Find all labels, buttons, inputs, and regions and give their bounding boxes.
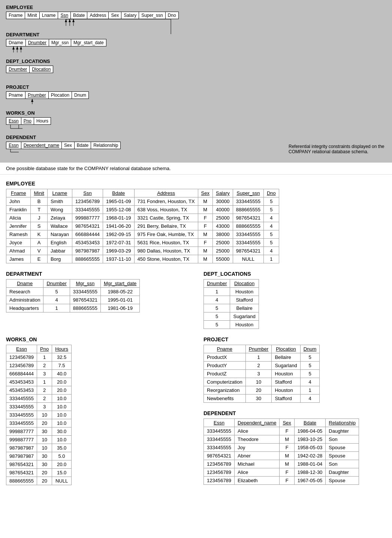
deptloc-block: DEPT_LOCATIONS Dnumber Dlocation 1Housto…: [203, 271, 386, 336]
table-cell: V: [31, 247, 47, 255]
project-th-dnum: Dnum: [300, 345, 320, 353]
table-cell: Smith: [47, 197, 72, 206]
table-cell: NULL: [52, 477, 72, 485]
deptloc-table-block: DEPT_LOCATIONS Dnumber Dlocation 1Housto…: [203, 271, 386, 329]
table-cell: 20: [37, 477, 52, 485]
table-cell: 1981-06-19: [100, 304, 139, 312]
dependent-table-block: DEPENDENT Essn Dependent_name Sex Bdate …: [203, 410, 386, 485]
table-cell: 10: [245, 378, 272, 386]
table-cell: 40.0: [52, 370, 72, 378]
table-cell: Alice: [235, 468, 280, 477]
table-cell: 123456789: [6, 353, 37, 362]
schema-field-mgrstartdate: Mgr_start_date: [71, 39, 106, 46]
schema-field-superssn: Super_ssn: [139, 12, 165, 19]
workson-project-row: WORKS_ON Essn Pno Hours 123456789132.512…: [6, 336, 386, 493]
table-cell: M: [198, 255, 212, 263]
table-cell: 30: [37, 460, 52, 469]
table-row: Administration49876543211995-01-01: [6, 296, 140, 304]
table-cell: 333445555: [233, 230, 263, 239]
table-cell: 7.5: [52, 362, 72, 370]
table-cell: 1937-11-10: [103, 255, 135, 263]
department-header-row: Dname Dnumber Mgr_ssn Mgr_start_date: [6, 279, 140, 288]
table-cell: F: [280, 468, 294, 477]
table-cell: English: [47, 239, 72, 247]
employee-table: Fname Minit Lname Ssn Bdate Address Sex …: [6, 189, 279, 263]
table-cell: Ramesh: [6, 230, 31, 239]
table-cell: 987654321: [204, 452, 235, 460]
svg-marker-5: [72, 19, 75, 22]
schema-entity-department-label: DEPARTMENT: [6, 32, 281, 37]
table-cell: 32.5: [52, 353, 72, 362]
schema-field-relationship: Relationship: [91, 142, 120, 149]
table-cell: 5: [300, 353, 320, 362]
data-section: EMPLOYEE Fname Minit Lname Ssn Bdate Add…: [0, 175, 392, 499]
table-cell: ProductZ: [204, 370, 246, 378]
table-row: 5Houston: [204, 321, 259, 329]
workson-th-essn: Essn: [6, 345, 37, 353]
dep-th-depname: Dependent_name: [235, 419, 280, 427]
table-cell: Stafford: [272, 395, 300, 403]
table-cell: Zelaya: [47, 214, 72, 222]
svg-marker-13: [20, 46, 22, 49]
table-cell: F: [198, 214, 212, 222]
table-cell: 1: [37, 353, 52, 362]
table-cell: M: [198, 247, 212, 255]
table-row: AliciaJZelaya9998877771968-01-193321 Cas…: [6, 214, 279, 222]
employee-th-fname: Fname: [6, 189, 31, 197]
table-cell: Alicia: [6, 214, 31, 222]
department-title: DEPARTMENT: [6, 271, 189, 277]
table-cell: A: [31, 239, 47, 247]
table-cell: 888665555: [6, 477, 37, 485]
table-cell: 888665555: [72, 255, 103, 263]
table-cell: 1: [43, 304, 70, 312]
table-row: 9998877773030.0: [6, 427, 72, 436]
table-cell: Houston: [272, 370, 300, 378]
table-cell: 1955-12-08: [103, 206, 135, 214]
table-cell: 20.0: [52, 378, 72, 386]
schema-field-dno: Dno: [166, 12, 178, 19]
table-row: 5Bellaire: [204, 304, 259, 312]
table-cell: 1958-05-03: [294, 444, 326, 452]
dept-deptloc-row: DEPARTMENT Dname Dnumber Mgr_ssn Mgr_sta…: [6, 271, 386, 336]
employee-title: EMPLOYEE: [6, 181, 386, 187]
table-cell: 38000: [212, 230, 233, 239]
table-row: RameshKNarayan6668844441962-09-15975 Fir…: [6, 230, 279, 239]
schema-field-bdate: Bdate: [71, 12, 87, 19]
table-cell: Houston: [230, 288, 259, 296]
schema-deptlocations-fields: Dnumber Dlocation: [6, 66, 53, 73]
dept-th-mgrstartdate: Mgr_start_date: [100, 279, 139, 288]
table-cell: Daughter: [326, 427, 359, 435]
table-row: FranklinTWong3334455551955-12-08638 Voss…: [6, 206, 279, 214]
table-row: 123456789132.5: [6, 353, 72, 362]
project-th-pnumber: Pnumber: [245, 345, 272, 353]
table-cell: S: [31, 222, 47, 230]
workson-th-pno: Pno: [37, 345, 52, 353]
table-cell: 980 Dallas, Houston, TX: [134, 247, 198, 255]
table-cell: 4: [263, 222, 279, 230]
table-cell: 1: [263, 255, 279, 263]
table-cell: 4: [263, 247, 279, 255]
table-cell: Daughter: [326, 468, 359, 477]
table-cell: F: [198, 222, 212, 230]
svg-marker-1: [65, 19, 67, 22]
svg-marker-3: [69, 19, 71, 22]
table-cell: 333445555: [6, 395, 37, 403]
table-cell: Joy: [235, 444, 280, 452]
project-th-plocation: Plocation: [272, 345, 300, 353]
table-cell: 333445555: [6, 403, 37, 411]
schema-entity-dependent-label: DEPENDENT: [6, 134, 281, 140]
dependent-title: DEPENDENT: [203, 410, 386, 416]
table-cell: 453453453: [6, 386, 37, 395]
table-row: AhmadVJabbar9879879871969-03-29980 Dalla…: [6, 247, 279, 255]
schema-field-mgrssn: Mgr_ssn: [49, 39, 71, 46]
table-cell: Spouse: [326, 444, 359, 452]
table-cell: 5: [263, 230, 279, 239]
table-cell: 20.0: [52, 386, 72, 395]
table-row: 9998877771010.0: [6, 436, 72, 444]
table-cell: T: [31, 206, 47, 214]
table-cell: 30.0: [52, 427, 72, 436]
employee-table-block: EMPLOYEE Fname Minit Lname Ssn Bdate Add…: [6, 181, 386, 263]
table-cell: 30: [37, 452, 52, 460]
table-cell: 987987987: [6, 444, 37, 452]
table-row: 9876543212015.0: [6, 469, 72, 477]
